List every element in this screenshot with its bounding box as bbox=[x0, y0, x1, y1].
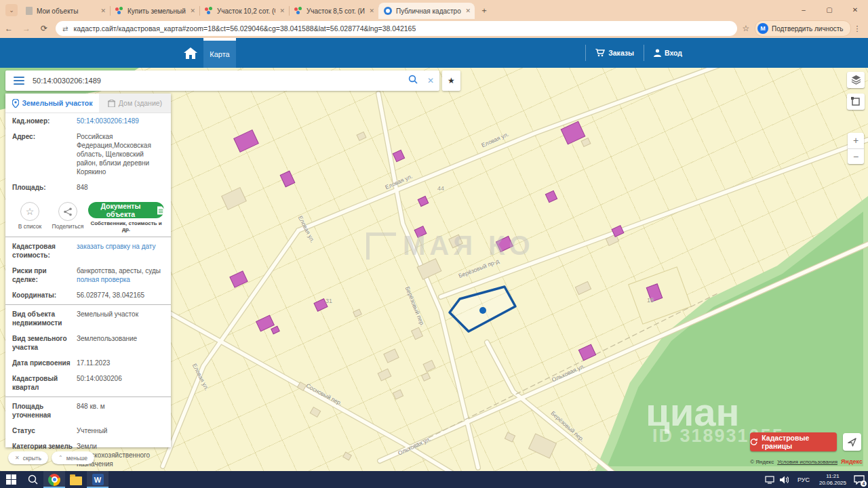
site-header: Карта Заказы Вход bbox=[0, 38, 868, 68]
taskbar-search-button[interactable] bbox=[22, 471, 43, 488]
order-report-link[interactable]: заказать справку на дату bbox=[77, 243, 156, 250]
object-documents-button[interactable]: Документы объекта bbox=[88, 202, 164, 218]
select-area-button[interactable] bbox=[847, 94, 865, 110]
browser-tab-active[interactable]: Публичная кадастровая карта ✕ bbox=[378, 3, 475, 19]
date: 20.06.2025 bbox=[819, 480, 846, 487]
yandex-logo: Яндекс bbox=[841, 458, 863, 465]
field-cadastral-value: Кадастровая стоимость: заказать справку … bbox=[5, 239, 171, 263]
parcel-number: 31 bbox=[326, 298, 332, 304]
browser-urlbar: ← → ⟳ ⇄ кадастр.сайт/кадастровая_карта#z… bbox=[0, 19, 868, 38]
network-icon bbox=[765, 476, 774, 484]
clock[interactable]: 11:21 20.06.2025 bbox=[815, 473, 850, 487]
zoom-out-button[interactable]: − bbox=[848, 149, 864, 165]
cad-number-link[interactable]: 50:14:0030206:1489 bbox=[77, 117, 164, 125]
locate-me-button[interactable] bbox=[843, 433, 861, 451]
selected-parcel[interactable] bbox=[450, 287, 515, 331]
tab-close-icon[interactable]: ✕ bbox=[465, 7, 471, 14]
globe-icon bbox=[384, 7, 392, 15]
volume-tray-button[interactable] bbox=[777, 471, 792, 488]
collapse-panel-button[interactable]: ⌃ меньше bbox=[52, 451, 94, 464]
full-check-link[interactable]: полная проверка bbox=[77, 276, 130, 283]
home-button[interactable] bbox=[178, 38, 203, 68]
tab-close-icon[interactable]: ✕ bbox=[190, 7, 195, 14]
search-icon[interactable] bbox=[404, 75, 422, 87]
field-address: Адрес: Российская Федерация,Московская о… bbox=[5, 129, 171, 180]
taskbar-chrome-button[interactable] bbox=[43, 471, 65, 488]
address-bar[interactable]: ⇄ кадастр.сайт/кадастровая_карта#zoom=18… bbox=[56, 21, 737, 36]
tab-close-icon[interactable]: ✕ bbox=[100, 7, 106, 14]
clear-search-icon[interactable]: ✕ bbox=[422, 76, 439, 85]
refresh-icon bbox=[750, 438, 757, 446]
screen: Еловая ул. Еловая ул. Еловая ул. Еловая … bbox=[0, 0, 868, 488]
profile-label: Подтвердить личность bbox=[772, 25, 844, 33]
profile-chip[interactable]: М Подтвердить личность bbox=[755, 20, 851, 37]
favorite-star-button[interactable]: ★ bbox=[442, 70, 460, 91]
document-icon bbox=[157, 206, 164, 215]
action-center-button[interactable]: 4 bbox=[850, 471, 868, 488]
orders-button[interactable]: Заказы bbox=[585, 45, 644, 61]
notification-badge: 4 bbox=[861, 481, 867, 487]
field-parcel-type: Вид земельного участка Землепользование bbox=[5, 331, 171, 355]
browser-tab[interactable]: Мои объекты ✕ bbox=[20, 3, 110, 19]
field-status: Статус Учтенный bbox=[5, 423, 171, 439]
search-input[interactable] bbox=[31, 76, 404, 85]
divider bbox=[5, 396, 171, 397]
browser-tab[interactable]: Участок 8,5 сот. (ИЖС) на про ✕ bbox=[289, 3, 378, 19]
browser-tab[interactable]: Участок 10,2 сот. (СНТ, ДНП) н ✕ bbox=[199, 3, 289, 19]
reload-icon[interactable]: ⟳ bbox=[35, 24, 53, 33]
language-indicator[interactable]: РУС bbox=[792, 476, 815, 483]
share-icon bbox=[64, 207, 72, 216]
taskbar-explorer-button[interactable] bbox=[65, 471, 87, 488]
tab-land-parcel[interactable]: Земельный участок bbox=[5, 94, 99, 113]
minimize-icon[interactable]: – bbox=[791, 6, 816, 14]
field-cad-number: Кад.номер: 50:14:0030206:1489 bbox=[5, 113, 171, 129]
bookmark-star-icon[interactable]: ☆ bbox=[737, 24, 755, 33]
menu-icon[interactable] bbox=[14, 77, 24, 85]
add-to-list-button[interactable]: ☆ В список bbox=[11, 202, 49, 230]
home-icon bbox=[184, 47, 197, 59]
tab-house[interactable]: Дом (здание) bbox=[99, 94, 171, 113]
maximize-icon[interactable]: ▢ bbox=[816, 6, 842, 14]
user-icon bbox=[654, 49, 661, 57]
terms-link[interactable]: Условия использования bbox=[777, 459, 837, 465]
taskbar-word-button[interactable]: W bbox=[87, 471, 108, 488]
new-tab-icon[interactable]: ＋ bbox=[479, 5, 490, 16]
cian-icon bbox=[115, 7, 123, 15]
site-info-icon[interactable]: ⇄ bbox=[62, 25, 68, 33]
field-coordinates: Координаты: 56.028774, 38.042165 bbox=[5, 287, 171, 303]
divider bbox=[5, 237, 171, 237]
map-search-bar: ✕ bbox=[5, 70, 439, 91]
close-window-icon[interactable]: ✕ bbox=[842, 6, 868, 14]
tab-search-chevron-icon[interactable]: ⌄ bbox=[5, 4, 18, 16]
pin-icon bbox=[12, 99, 19, 108]
cian-icon bbox=[205, 7, 213, 15]
tab-close-icon[interactable]: ✕ bbox=[279, 7, 285, 14]
brand-watermark-icon bbox=[366, 232, 396, 260]
parcel-info-panel: Земельный участок Дом (здание) Кад.номер… bbox=[5, 94, 171, 447]
zoom-in-button[interactable]: + bbox=[848, 133, 864, 149]
folder-icon bbox=[70, 476, 82, 485]
field-area: Площадь: 848 bbox=[5, 180, 171, 195]
brand-watermark: МАЯ КО bbox=[366, 230, 534, 261]
network-tray-button[interactable] bbox=[762, 471, 777, 488]
browser-menu-icon[interactable]: ⋮ bbox=[851, 24, 865, 33]
panel-tabs: Земельный участок Дом (здание) bbox=[5, 94, 171, 113]
layers-button[interactable] bbox=[847, 72, 865, 88]
share-button[interactable]: Поделиться bbox=[49, 202, 87, 230]
nav-tab-map[interactable]: Карта bbox=[203, 38, 236, 68]
field-refined-area: Площадь уточненная 848 кв. м bbox=[5, 399, 171, 423]
hide-panel-button[interactable]: ✕ скрыть bbox=[8, 451, 48, 464]
taskbar: W РУС 11:21 20.06.2025 bbox=[0, 471, 868, 488]
tab-close-icon[interactable]: ✕ bbox=[369, 7, 374, 14]
login-button[interactable]: Вход bbox=[644, 45, 692, 61]
start-button[interactable] bbox=[0, 471, 22, 488]
cadastral-borders-button[interactable]: Кадастровые границы bbox=[750, 432, 837, 451]
cart-icon bbox=[595, 49, 605, 57]
chevron-up-icon: ⌃ bbox=[58, 455, 63, 461]
browser-tab[interactable]: Купить земельный участок в Щ ✕ bbox=[110, 3, 199, 19]
back-icon[interactable]: ← bbox=[0, 24, 18, 33]
cian-icon bbox=[294, 7, 302, 15]
forward-icon[interactable]: → bbox=[18, 24, 35, 33]
select-area-icon bbox=[851, 97, 861, 106]
field-deal-risks: Риски при сделке: банкротства, аресты, с… bbox=[5, 263, 171, 287]
